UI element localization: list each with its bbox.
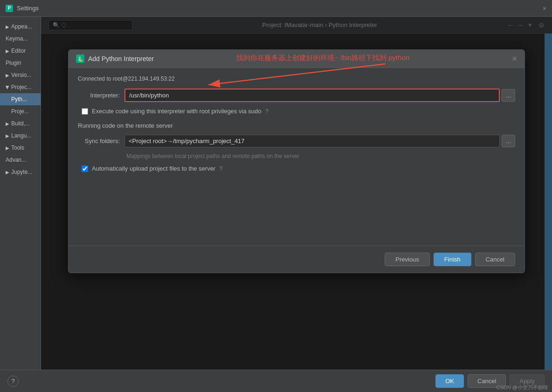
app-icon: P	[6, 5, 13, 12]
auto-upload-checkbox[interactable]	[82, 165, 88, 172]
watermark: CSDN @小文刀不励啡	[497, 384, 548, 391]
window-close-button[interactable]: ×	[543, 5, 546, 12]
dialog-overlay: 🐍 Add Python Interpreter × Connected to …	[41, 17, 552, 370]
sidebar-item-languages[interactable]: ▶ Langu...	[0, 130, 41, 142]
main-content: 🔍 Q... Project: IMavatar-main › Python I…	[41, 17, 552, 370]
execute-help-icon[interactable]: ?	[265, 108, 268, 115]
sync-folders-browse-button[interactable]: ...	[502, 135, 515, 147]
help-button[interactable]: ?	[7, 376, 19, 387]
chevron-icon: ▶	[6, 24, 9, 29]
execute-checkbox[interactable]	[82, 108, 88, 115]
sync-folders-label: Sync folders:	[78, 138, 120, 144]
interpreter-label: Interpreter:	[78, 92, 120, 99]
sync-folders-input[interactable]	[124, 135, 500, 147]
window-title: Settings	[17, 5, 39, 12]
title-bar: P Settings ×	[0, 0, 552, 17]
dialog-close-button[interactable]: ×	[512, 55, 517, 63]
bottom-bar: ? OK Cancel Apply	[0, 370, 552, 392]
sidebar-item-keymap[interactable]: Keyma...	[0, 33, 41, 45]
finish-button[interactable]: Finish	[434, 253, 471, 266]
interpreter-input-wrap: ...	[124, 89, 515, 102]
sidebar-item-version[interactable]: ▶ Versio...	[0, 69, 41, 81]
dialog-title-bar: 🐍 Add Python Interpreter ×	[69, 50, 524, 68]
dialog-content: Connected to root@221.194.149.53:22 Inte…	[69, 68, 524, 246]
dialog-title: Add Python Interpreter	[88, 55, 154, 62]
dialog-footer: Previous Finish Cancel	[69, 246, 524, 273]
add-python-interpreter-dialog: 🐍 Add Python Interpreter × Connected to …	[68, 49, 525, 273]
execute-checkbox-row: Execute code using this interpreter with…	[78, 108, 515, 115]
settings-body: ▶ Appea... Keyma... ▶ Editor Plugin ▶ Ve…	[0, 17, 552, 370]
chevron-icon: ▶	[6, 73, 9, 78]
ok-button[interactable]: OK	[435, 374, 464, 388]
sidebar-item-plugins[interactable]: Plugin	[0, 57, 41, 69]
chevron-icon: ▶	[6, 170, 9, 175]
chevron-icon: ▶	[6, 133, 9, 138]
sync-folders-field-row: Sync folders: ...	[78, 135, 515, 147]
running-section-title: Running code on the remote server	[78, 122, 515, 129]
sidebar-item-project[interactable]: ▶ Projec...	[0, 81, 41, 93]
connected-label: Connected to root@221.194.149.53:22	[78, 76, 515, 82]
sidebar: ▶ Appea... Keyma... ▶ Editor Plugin ▶ Ve…	[0, 17, 41, 370]
chevron-icon: ▶	[6, 145, 9, 151]
cancel-button[interactable]: Cancel	[475, 253, 515, 266]
interpreter-input[interactable]	[124, 89, 500, 102]
sidebar-item-editor[interactable]: ▶ Editor	[0, 45, 41, 57]
ide-window: P Settings × ▶ Appea... Keyma... ▶ Edito…	[0, 0, 552, 392]
chevron-icon: ▶	[5, 85, 10, 89]
dialog-icon: 🐍	[76, 55, 84, 63]
sidebar-item-advanced[interactable]: Advan...	[0, 154, 41, 166]
sidebar-item-tools[interactable]: ▶ Tools	[0, 142, 41, 154]
interpreter-browse-button[interactable]: ...	[502, 89, 515, 102]
sidebar-item-appearance[interactable]: ▶ Appea...	[0, 21, 41, 33]
interpreter-field-row: Interpreter: ...	[78, 89, 515, 102]
chevron-icon: ▶	[6, 121, 9, 126]
sync-hint: Mappings between local project paths and…	[78, 153, 515, 159]
auto-upload-help-icon[interactable]: ?	[219, 165, 222, 172]
sidebar-item-jupyter[interactable]: ▶ Jupyte...	[0, 166, 41, 178]
auto-upload-label: Automatically upload project files to th…	[92, 165, 215, 172]
sidebar-item-build[interactable]: ▶ Build,...	[0, 117, 41, 130]
auto-upload-checkbox-row: Automatically upload project files to th…	[78, 165, 515, 172]
sidebar-item-python-interpreter[interactable]: Pyth...	[0, 93, 41, 105]
chevron-icon: ▶	[6, 48, 9, 54]
execute-label: Execute code using this interpreter with…	[92, 108, 261, 115]
sidebar-item-project-structure[interactable]: Proje...	[0, 105, 41, 117]
sync-folders-input-wrap: ...	[124, 135, 515, 147]
previous-button[interactable]: Previous	[385, 253, 430, 266]
